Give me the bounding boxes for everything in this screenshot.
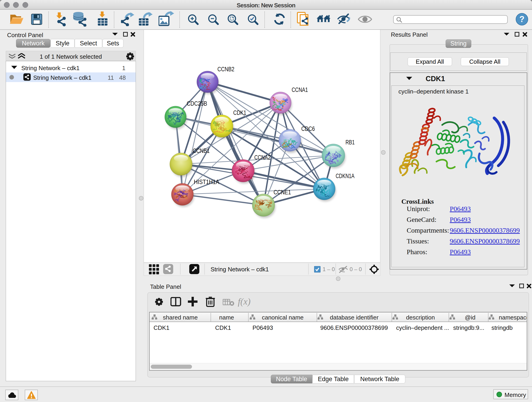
svg-text:CCNB2: CCNB2: [217, 66, 234, 73]
svg-text:CCNA1: CCNA1: [292, 86, 308, 93]
svg-text:CCNA2: CCNA2: [254, 154, 271, 161]
svg-text:RB1: RB1: [346, 139, 355, 146]
svg-text:?: ?: [519, 14, 525, 24]
svg-text:CCNB1: CCNB1: [193, 147, 210, 154]
svg-text:CDC25B: CDC25B: [187, 100, 207, 107]
svg-text:HIST1H1A: HIST1H1A: [194, 179, 219, 185]
svg-text:CDK1: CDK1: [233, 109, 246, 116]
svg-text:CCNE1: CCNE1: [273, 189, 291, 196]
svg-text:CDKN1A: CDKN1A: [336, 172, 355, 179]
svg-text:CDC6: CDC6: [301, 125, 315, 132]
